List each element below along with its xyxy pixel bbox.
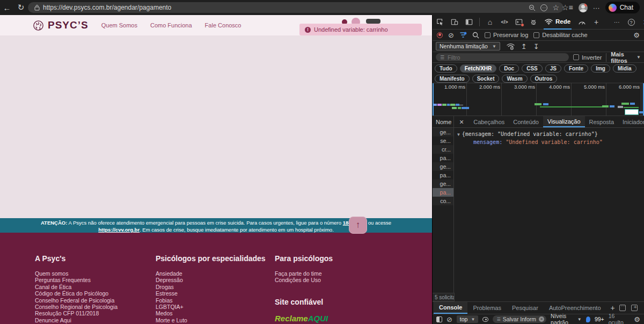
debugger-bug-icon[interactable] <box>529 18 538 26</box>
disable-cache-checkbox[interactable]: Desabilitar cache <box>533 32 587 38</box>
throttling-select[interactable]: Nenhuma limitação ▼ <box>436 42 500 51</box>
console-settings-gear-icon[interactable]: ⚙ <box>634 315 640 323</box>
footer-link[interactable]: Código de Ética do Psicólogo <box>35 290 118 297</box>
clear-console-icon[interactable]: ⊘ <box>447 316 452 323</box>
preserve-log-checkbox[interactable]: Preservar log <box>485 32 528 38</box>
copilot-chat-button[interactable]: Chat <box>605 2 640 13</box>
site-nav-link[interactable]: Quem Somos <box>101 22 137 28</box>
request-type-chip[interactable]: Manifesto <box>435 75 470 83</box>
footer-link[interactable]: Ansiedade <box>156 270 266 277</box>
tab-network[interactable]: Rede <box>544 15 572 30</box>
more-actions-icon[interactable]: ··· <box>540 4 547 11</box>
footer-link[interactable]: Conselho Regional de Psicologia <box>35 304 118 310</box>
preview-root-node[interactable]: ▼{mensagem: "Undefined variable: carrinh… <box>457 131 644 137</box>
record-network-log-icon[interactable] <box>437 32 443 38</box>
clear-network-log-icon[interactable]: ⊘ <box>448 32 454 39</box>
zoom-out-icon[interactable] <box>529 4 536 11</box>
favorite-star-icon[interactable]: ☆ <box>552 3 559 12</box>
footer-link[interactable]: Estresse <box>156 290 266 297</box>
checkbox-icon[interactable] <box>573 54 579 60</box>
network-search-icon[interactable] <box>472 32 479 39</box>
request-type-chip[interactable]: Img <box>591 64 610 73</box>
address-bar[interactable]: ··· ☆ <box>28 2 564 13</box>
footer-link[interactable]: Fobias <box>156 297 266 304</box>
request-row[interactable]: pa... <box>433 154 453 162</box>
console-filter-input[interactable]: ☰ Salvar Inform × <box>493 315 547 323</box>
dock-layout-icon[interactable] <box>465 18 473 26</box>
footer-link[interactable]: LGBTQIA+ <box>156 304 266 310</box>
network-filter-toggle-icon[interactable] <box>459 32 467 38</box>
request-type-chip[interactable]: Doc <box>499 64 519 73</box>
detail-tab[interactable]: Resposta <box>585 116 618 127</box>
more-tools-plus-icon[interactable]: + <box>592 18 601 26</box>
live-expression-eye-icon[interactable] <box>482 317 488 322</box>
collections-icon[interactable]: ☆≡ <box>562 3 573 12</box>
request-row[interactable]: ge... <box>433 128 453 136</box>
dock-drawer-icon[interactable] <box>619 305 626 311</box>
request-type-chip[interactable]: Socket <box>472 75 500 83</box>
drawer-tab[interactable]: Pesquisar <box>507 302 544 314</box>
reclame-aqui-logo[interactable]: ReclameAQUI <box>275 314 334 323</box>
elements-tab-icon[interactable]: </> <box>500 18 509 26</box>
detail-tab[interactable]: Cabeçalhos <box>469 116 509 127</box>
column-header-name[interactable]: Nome <box>433 116 454 127</box>
import-har-icon[interactable]: ↥ <box>521 43 527 50</box>
console-sidebar-icon[interactable] <box>436 316 442 322</box>
site-nav-link[interactable]: Fale Conosco <box>205 22 241 28</box>
request-row[interactable]: pa... <box>433 188 453 197</box>
console-tab-icon[interactable] <box>515 18 523 26</box>
footer-link[interactable]: Resolução CFP 011/2018 <box>35 310 118 316</box>
invert-filter-checkbox[interactable]: Inverter <box>573 54 602 61</box>
request-type-chip[interactable]: Midia <box>613 64 636 73</box>
browser-menu-icon[interactable]: ··· <box>593 4 600 12</box>
checkbox-icon[interactable] <box>533 32 539 38</box>
network-overview-timeline[interactable]: 1.000 ms2.000 ms3.000 ms4.000 ms5.000 ms… <box>433 83 644 116</box>
request-type-chip[interactable]: JS <box>545 64 561 73</box>
drawer-tab[interactable]: Problemas <box>467 302 507 314</box>
request-row[interactable]: se... <box>433 136 453 145</box>
footer-link[interactable]: Conselho Federal de Psicologia <box>35 297 118 304</box>
footer-link[interactable]: Canal de Ética <box>35 284 118 290</box>
footer-link[interactable]: Perguntas Frequentes <box>35 277 118 283</box>
selection-left-handle[interactable] <box>433 83 434 116</box>
footer-link[interactable]: Denuncie Aqui <box>35 317 118 323</box>
request-type-chip[interactable]: CSS <box>522 64 543 73</box>
request-type-chip[interactable]: Fonte <box>564 64 588 73</box>
console-context-select[interactable]: top ▼ <box>457 315 479 323</box>
export-har-icon[interactable]: ↧ <box>533 43 539 50</box>
footer-link[interactable]: Morte e Luto <box>156 317 266 323</box>
detail-tab[interactable]: Conteúdo <box>509 116 543 127</box>
request-row[interactable]: ge... <box>433 179 453 188</box>
disclosure-triangle-icon[interactable]: ▼ <box>457 132 460 137</box>
footer-link[interactable]: Condições de Uso <box>275 277 334 283</box>
cvv-url-link[interactable]: https://cvv.org.br <box>98 227 140 233</box>
reload-icon[interactable]: ↻ <box>14 3 28 12</box>
footer-link[interactable]: Drogas <box>156 284 266 290</box>
site-nav-link[interactable]: Como Funciona <box>150 22 192 28</box>
request-row[interactable]: ge... <box>433 162 453 171</box>
inspect-element-icon[interactable] <box>436 18 444 26</box>
scroll-to-top-button[interactable]: ↑ <box>349 217 367 234</box>
site-logo[interactable]: PSYC’S <box>32 19 89 32</box>
clear-filter-icon[interactable]: × <box>539 316 544 322</box>
log-levels-select[interactable]: Níveis padrão ▼ <box>551 313 582 324</box>
footer-link[interactable]: Faça parte do time <box>275 270 334 277</box>
request-type-chip[interactable]: Fetch/XHR <box>460 64 497 73</box>
detail-tab[interactable]: Visualização <box>543 116 585 127</box>
more-filters-dropdown[interactable]: Mais filtros ▼ <box>611 51 641 64</box>
back-icon[interactable]: ← <box>0 3 14 12</box>
request-type-chip[interactable]: Tudo <box>435 64 457 73</box>
detail-tab[interactable]: Iniciador <box>618 116 644 127</box>
help-icon[interactable]: ? <box>627 18 635 26</box>
drawer-add-tab-icon[interactable]: + <box>606 304 619 312</box>
devtools-customize-icon[interactable]: ··· <box>612 18 621 26</box>
network-settings-gear-icon[interactable]: ⚙ <box>633 31 640 39</box>
drawer-tab[interactable]: Console <box>434 302 467 314</box>
network-filter-input[interactable] <box>436 53 569 61</box>
expand-drawer-icon[interactable] <box>631 305 638 311</box>
network-conditions-icon[interactable] <box>507 43 515 50</box>
request-row[interactable]: pa... <box>433 171 453 179</box>
footer-link[interactable]: Medos <box>156 310 266 316</box>
welcome-home-icon[interactable]: ⌂ <box>486 18 494 26</box>
request-row[interactable]: cr... <box>433 145 453 154</box>
